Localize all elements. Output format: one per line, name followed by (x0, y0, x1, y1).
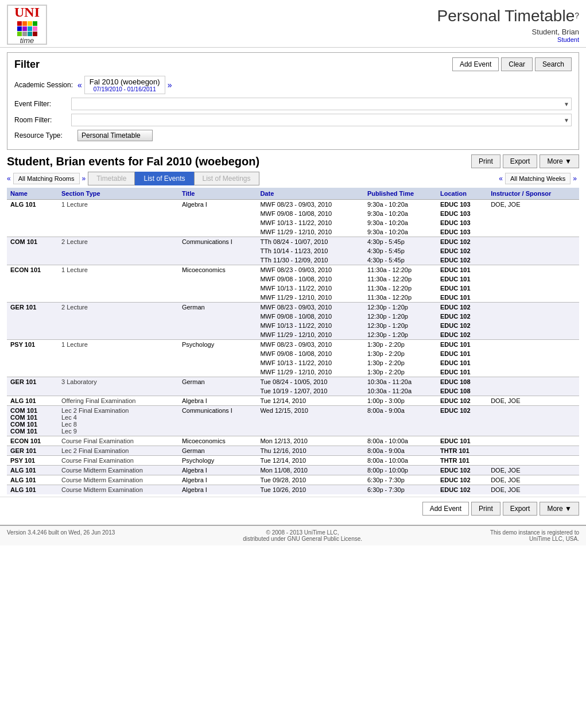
cell-date: MWF 11/29 - 12/10, 2010 (257, 330, 364, 340)
cell-date: Tue 10/19 - 12/07, 2010 (257, 386, 364, 396)
cell-instructor (487, 340, 579, 350)
page-header: UNI time Personal Timetable? (0, 0, 586, 48)
cell-date: Tue 12/14, 2010 (257, 456, 364, 466)
weeks-next-arrow[interactable]: » (573, 175, 577, 183)
session-box: Fal 2010 (woebegon) 07/19/2010 - 01/16/2… (84, 76, 165, 94)
cell-date: Tue 08/24 - 10/05, 2010 (257, 377, 364, 387)
cell-location: EDUC 101 (437, 340, 487, 350)
room-filter-wrapper: ▼ (71, 114, 572, 126)
col-location: Location (437, 188, 487, 200)
cell-date: MWF 08/23 - 09/03, 2010 (257, 200, 364, 210)
more-button-bottom[interactable]: More ▼ (540, 502, 579, 516)
cell-date: Tue 10/26, 2010 (257, 485, 364, 495)
cell-instructor (487, 321, 579, 330)
session-dates: 07/19/2010 - 01/16/2011 (90, 86, 160, 92)
room-filter-input[interactable] (71, 114, 572, 126)
cell-date: MWF 10/13 - 11/22, 2010 (257, 321, 364, 330)
cell-instructor (487, 227, 579, 237)
cell-instructor (487, 274, 579, 284)
cell-section: Course Final Examination (58, 436, 178, 446)
cell-title: German (178, 303, 257, 340)
results-section: Student, Brian events for Fal 2010 (woeb… (0, 154, 586, 494)
cell-section: Course Midterm Examination (58, 475, 178, 485)
cell-section: 1 Lecture (58, 340, 178, 377)
cell-name: PSY 101 (7, 340, 58, 377)
export-button-top[interactable]: Export (503, 154, 538, 168)
print-button-top[interactable]: Print (471, 154, 500, 168)
rooms-next-arrow[interactable]: » (82, 175, 86, 183)
add-event-button[interactable]: Add Event (452, 57, 499, 71)
event-filter-input[interactable] (71, 98, 572, 110)
add-event-button-bottom[interactable]: Add Event (422, 502, 469, 516)
cell-name: GER 101 (7, 377, 58, 396)
cell-date: MWF 09/08 - 10/08, 2010 (257, 312, 364, 321)
footer-buttons: Add Event Print Export More ▼ (0, 497, 586, 520)
filter-buttons: Add Event Clear Search (452, 57, 572, 71)
cell-section: 3 Laboratory (58, 377, 178, 396)
weeks-prev-arrow[interactable]: « (499, 175, 503, 183)
cell-time: 6:30p - 7:30p (364, 475, 437, 485)
resource-type-select[interactable]: Personal Timetable (77, 130, 153, 141)
filter-header: Filter Add Event Clear Search (14, 57, 572, 71)
tab-timetable[interactable]: Timetable (88, 172, 135, 185)
cell-location: EDUC 101 (437, 284, 487, 293)
print-button-bottom[interactable]: Print (471, 502, 500, 516)
event-filter-row: Event Filter: ▼ (14, 98, 572, 110)
footer-registration: This demo instance is registered to UniT… (490, 529, 579, 542)
cell-time: 4:30p - 5:45p (364, 237, 437, 247)
cell-instructor (487, 386, 579, 396)
tabs-container: Timetable List of Events List of Meeting… (88, 172, 259, 185)
cell-date: Mon 11/08, 2010 (257, 466, 364, 475)
page-footer: Version 3.4.246 built on Wed, 26 Jun 201… (0, 525, 586, 545)
cell-time: 6:30p - 7:30p (364, 485, 437, 495)
cell-name: ECON 101 (7, 436, 58, 446)
cell-instructor: DOE, JOE (487, 485, 579, 495)
cell-location: EDUC 101 (437, 293, 487, 303)
cell-time: 10:30a - 11:20a (364, 377, 437, 387)
tab-list-events[interactable]: List of Events (135, 172, 193, 185)
cell-time: 11:30a - 12:20p (364, 293, 437, 303)
user-name: Student, Brian (532, 28, 579, 36)
cell-date: MWF 10/13 - 11/22, 2010 (257, 358, 364, 367)
resource-type-label: Resource Type: (14, 131, 77, 140)
cell-time: 9:30a - 10:20a (364, 209, 437, 218)
search-button[interactable]: Search (535, 57, 572, 71)
matching-rooms-label: All Matching Rooms (13, 173, 80, 184)
cell-location: EDUC 101 (437, 265, 487, 275)
user-role: Student (437, 36, 579, 43)
tab-list-meetings[interactable]: List of Meetings (194, 172, 259, 185)
cell-date: MWF 08/23 - 09/03, 2010 (257, 340, 364, 350)
cell-title: Psychology (178, 456, 257, 466)
footer-license: © 2008 - 2013 UniTime LLC, distributed u… (243, 529, 362, 542)
cell-section: Lec 2 Final ExaminationLec 4Lec 8Lec 9 (58, 406, 178, 436)
cell-instructor (487, 349, 579, 358)
cell-time: 4:30p - 5:45p (364, 246, 437, 255)
cell-title: Algebra I (178, 200, 257, 237)
cell-time: 8:00a - 10:00a (364, 436, 437, 446)
logo-grid (17, 21, 37, 36)
rooms-prev-arrow[interactable]: « (7, 175, 11, 183)
session-next-button[interactable]: » (168, 80, 172, 90)
more-button-top[interactable]: More ▼ (540, 154, 579, 168)
col-instructor: Instructor / Sponsor (487, 188, 579, 200)
cell-instructor (487, 265, 579, 275)
export-button-bottom[interactable]: Export (503, 502, 538, 516)
cell-date: MWF 09/08 - 10/08, 2010 (257, 274, 364, 284)
cell-time: 8:00p - 10:00p (364, 466, 437, 475)
col-section-type: Section Type (58, 188, 178, 200)
event-filter-wrapper: ▼ (71, 98, 572, 110)
cell-title: German (178, 446, 257, 456)
cell-location: EDUC 101 (437, 349, 487, 358)
cell-date: MWF 08/23 - 09/03, 2010 (257, 265, 364, 275)
cell-instructor (487, 312, 579, 321)
clear-button[interactable]: Clear (501, 57, 533, 71)
room-filter-arrow-icon: ▼ (564, 117, 569, 123)
cell-location: EDUC 102 (437, 246, 487, 255)
user-info: Student, Brian Student (437, 28, 579, 43)
cell-instructor (487, 456, 579, 466)
cell-name: COM 101COM 101COM 101COM 101 (7, 406, 58, 436)
cell-instructor (487, 436, 579, 446)
cell-time: 12:30p - 1:20p (364, 321, 437, 330)
session-prev-button[interactable]: « (77, 80, 82, 90)
cell-instructor (487, 293, 579, 303)
